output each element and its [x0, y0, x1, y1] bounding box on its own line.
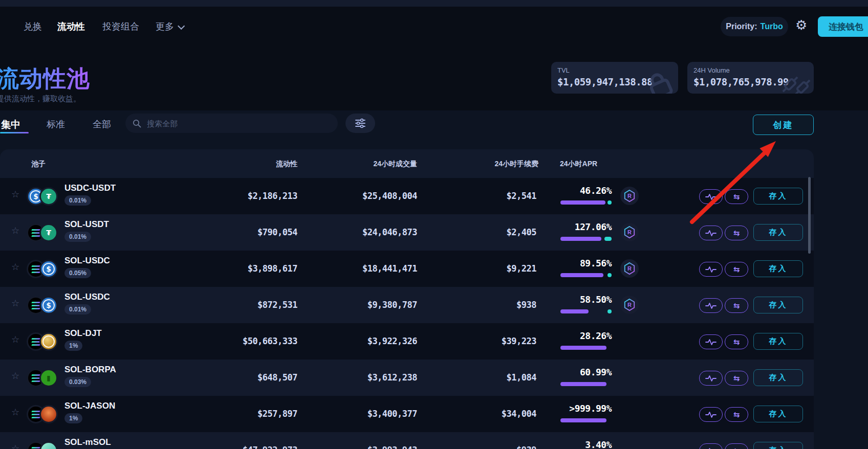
favorite-star-icon[interactable]: ☆	[11, 371, 19, 380]
tvl-label: TVL	[557, 66, 570, 74]
pool-row-sol-jason-6[interactable]: ☆SOL-JASON1%$257,897$3,400,377$34,004>99…	[0, 396, 814, 432]
tab-standard[interactable]: 标准	[47, 118, 65, 130]
pool-row-sol-djt-4[interactable]: ☆SOL-DJT1%$50,663,333$3,922,326$39,22328…	[0, 323, 814, 360]
nav-item-more[interactable]: 更多	[156, 20, 183, 33]
scrollbar-thumb[interactable]	[808, 177, 811, 254]
liquidity-value: $47,922,973	[195, 445, 297, 449]
pool-swap-button[interactable]: ⇆	[725, 443, 748, 449]
pool-swap-button[interactable]: ⇆	[725, 226, 748, 240]
apr-bar	[560, 200, 612, 205]
nav-item-liquidity[interactable]: 流动性	[57, 20, 85, 33]
page-subtitle: 提供流动性，赚取收益。	[0, 94, 81, 104]
volume-stat-card: 24H Volume $1,078,765,978.99	[687, 62, 814, 94]
tab-concentrated[interactable]: 集中	[1, 118, 20, 131]
apr-bar-cyan	[607, 273, 612, 277]
filter-button[interactable]	[345, 114, 375, 133]
pool-chart-button[interactable]	[699, 262, 723, 277]
pool-row-sol-borpa-5[interactable]: ☆▮SOL-BORPA0.03%$648,507$3,612,238$1,084…	[0, 360, 814, 396]
pool-chart-button[interactable]	[699, 189, 723, 204]
pool-row-sol-msol-7[interactable]: ☆SOL-mSOL$47,922,973$3,993,943$9393.40%⇆…	[0, 432, 814, 449]
search-input[interactable]	[146, 119, 331, 128]
fees-24h-value: $2,541	[434, 191, 536, 201]
pool-swap-button[interactable]: ⇆	[725, 407, 748, 422]
raydium-badge-icon: R	[620, 223, 639, 241]
deposit-button[interactable]: 存入	[753, 224, 803, 241]
favorite-star-icon[interactable]: ☆	[11, 190, 19, 199]
apr-bar	[560, 237, 612, 241]
active-tab-underline	[0, 132, 29, 133]
liquidity-value: $648,507	[195, 372, 297, 383]
tab-all[interactable]: 全部	[93, 118, 111, 130]
favorite-star-icon[interactable]: ☆	[11, 408, 19, 417]
nav-item-swap[interactable]: 兑换	[24, 20, 42, 33]
pool-swap-button[interactable]: ⇆	[725, 189, 748, 204]
apr-bar	[560, 382, 612, 386]
favorite-star-icon[interactable]: ☆	[11, 262, 19, 272]
pool-swap-button[interactable]: ⇆	[725, 298, 748, 313]
deposit-button[interactable]: 存入	[753, 442, 803, 449]
header-liquidity[interactable]: 流动性	[195, 160, 297, 169]
apr-24h-value: 28.26%	[535, 330, 612, 341]
volume-24h-value: $25,408,004	[315, 191, 417, 201]
apr-bar	[560, 273, 612, 277]
pool-chart-button[interactable]	[699, 371, 723, 386]
pool-chart-button[interactable]	[699, 226, 723, 240]
priority-fee-setting[interactable]: Priority: Turbo	[721, 17, 788, 36]
header-pool: 池子	[31, 160, 46, 169]
favorite-star-icon[interactable]: ☆	[11, 444, 19, 449]
connect-wallet-button[interactable]: 连接钱包	[818, 16, 868, 37]
pool-swap-button[interactable]: ⇆	[725, 334, 748, 349]
pool-chart-button[interactable]	[699, 298, 723, 313]
pool-chart-button[interactable]	[699, 334, 723, 349]
deposit-button[interactable]: 存入	[753, 369, 803, 386]
svg-text:R: R	[627, 193, 632, 199]
pool-row-sol-usdc-3[interactable]: ☆$SOL-USDC0.01%$872,531$9,380,787$93858.…	[0, 287, 814, 323]
pool-swap-button[interactable]: ⇆	[725, 371, 748, 386]
token-icon-usdc: $	[39, 296, 58, 315]
create-pool-button[interactable]: 创建	[753, 115, 814, 135]
gear-icon[interactable]: ⚙	[795, 17, 807, 33]
pool-chart-button[interactable]	[699, 407, 723, 422]
header-fees[interactable]: 24小时手续费	[436, 160, 538, 169]
pool-swap-button[interactable]: ⇆	[725, 262, 748, 277]
apr-24h-value: >999.99%	[535, 403, 612, 414]
fee-tier-badge: 1%	[64, 413, 82, 423]
apr-bar-purple	[560, 382, 606, 386]
apr-bar-purple	[560, 418, 606, 422]
pool-name: SOL-JASON	[64, 401, 115, 411]
deposit-button[interactable]: 存入	[753, 406, 803, 422]
pool-chart-button[interactable]	[699, 443, 723, 449]
pool-row-sol-usdc-2[interactable]: ☆$SOL-USDC0.05%$3,898,617$18,441,471$9,2…	[0, 251, 814, 287]
deposit-button[interactable]: 存入	[753, 260, 803, 277]
favorite-star-icon[interactable]: ☆	[11, 226, 19, 235]
pool-row-usdc-usdt-0[interactable]: ☆$₮USDC-USDT0.01%$2,186,213$25,408,004$2…	[0, 178, 814, 214]
deposit-button[interactable]: 存入	[753, 297, 803, 313]
raydium-badge-icon: R	[620, 187, 639, 205]
fee-tier-badge: 0.03%	[64, 377, 91, 387]
apr-24h-value: 89.56%	[535, 258, 612, 268]
pulse-icon	[705, 375, 717, 382]
apr-bar-purple	[560, 346, 606, 350]
liquidity-value: $50,663,333	[195, 336, 297, 346]
nav-item-portfolio[interactable]: 投资组合	[102, 20, 139, 33]
pool-name: USDC-USDT	[64, 183, 116, 193]
header-apr[interactable]: 24小时APR	[560, 160, 597, 169]
page-title: 流动性池	[0, 63, 90, 94]
search-box[interactable]	[125, 114, 338, 133]
token-icon-usdt: ₮	[39, 187, 58, 206]
apr-bar-cyan	[604, 237, 612, 241]
apr-bar-purple	[560, 237, 601, 241]
deposit-button[interactable]: 存入	[753, 188, 803, 205]
raydium-logo: R	[623, 189, 636, 203]
deposit-button[interactable]: 存入	[753, 333, 803, 350]
lock-icon	[643, 69, 676, 94]
search-icon	[133, 119, 141, 128]
favorite-star-icon[interactable]: ☆	[11, 299, 19, 308]
raydium-badge-icon: R	[620, 296, 639, 314]
favorite-star-icon[interactable]: ☆	[11, 335, 19, 344]
pool-name: SOL-BORPA	[64, 365, 116, 375]
pool-row-sol-usdt-1[interactable]: ☆₮SOL-USDT0.01%$790,054$24,046,873$2,405…	[0, 214, 814, 251]
fees-24h-value: $938	[434, 300, 536, 310]
pulse-icon	[705, 266, 717, 273]
header-volume[interactable]: 24小时成交量	[315, 160, 417, 169]
